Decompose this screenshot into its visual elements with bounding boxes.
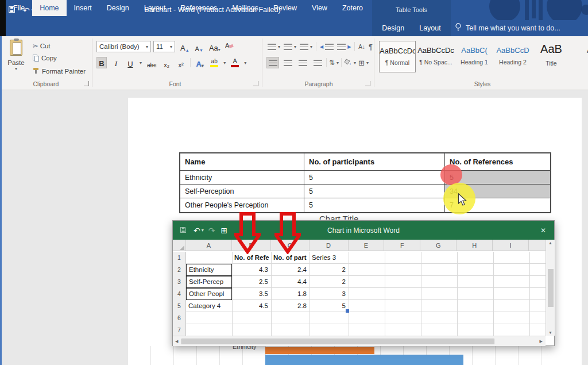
cell-d1[interactable]: Series 3: [310, 252, 349, 264]
tab-review[interactable]: Review: [266, 0, 304, 16]
line-spacing-button[interactable]: ⇅▾: [329, 59, 339, 67]
change-case-button[interactable]: Aa▾: [208, 41, 222, 52]
table-cell[interactable]: Self-Perception: [180, 185, 304, 198]
superscript-button[interactable]: x²: [176, 57, 186, 68]
tab-insert[interactable]: Insert: [67, 0, 99, 16]
column-header-e[interactable]: E: [349, 240, 385, 251]
underline-caret[interactable]: ▾: [140, 60, 142, 66]
tab-references[interactable]: References: [173, 0, 225, 16]
cell-c5[interactable]: 2.8: [271, 300, 310, 312]
range-drag-handle[interactable]: [346, 309, 349, 313]
horizontal-scroll-thumb[interactable]: [181, 339, 494, 344]
italic-button[interactable]: I: [111, 57, 121, 68]
tab-table-design[interactable]: Design: [374, 20, 412, 36]
paste-button[interactable]: Paste ▾: [3, 40, 29, 80]
table-cell[interactable]: Other People's Perception: [180, 198, 304, 212]
tab-mailings[interactable]: Mailings: [225, 0, 266, 16]
cell-a2[interactable]: Ethnicity: [186, 264, 232, 276]
column-header-partial[interactable]: [529, 240, 546, 251]
underline-button[interactable]: U: [125, 57, 136, 68]
row-number[interactable]: 2: [173, 264, 185, 276]
paragraph-dialog-launcher[interactable]: [365, 81, 370, 86]
shrink-font-button[interactable]: A▼: [194, 41, 204, 52]
tab-zotero[interactable]: Zotero: [335, 0, 370, 16]
cell-d4[interactable]: 3: [310, 288, 349, 300]
cut-button[interactable]: ✂ Cut: [33, 42, 51, 50]
table-header-name[interactable]: Name: [180, 153, 304, 171]
cell-d5[interactable]: 5: [310, 300, 349, 312]
table-header-references[interactable]: No. of References: [445, 153, 550, 171]
scroll-left-icon[interactable]: ◀: [175, 339, 178, 343]
row-number[interactable]: 3: [173, 276, 185, 288]
style-normal[interactable]: AaBbCcDc ¶ Normal: [379, 41, 416, 72]
cell-a5[interactable]: Category 4: [186, 300, 232, 312]
highlight-color-button[interactable]: ab: [209, 57, 219, 68]
decrease-indent-button[interactable]: ◀: [320, 44, 334, 50]
cell-c3[interactable]: 4.4: [271, 276, 310, 288]
copy-button[interactable]: Copy: [33, 55, 57, 62]
cell-d3[interactable]: 2: [310, 276, 349, 288]
tell-me-box[interactable]: Tell me what you want to do...: [455, 20, 560, 36]
vertical-scroll-thumb[interactable]: [548, 269, 554, 307]
sheet-grid-area[interactable]: 1 2 3 4 5 6 7 No. of Refe No. of part Se…: [173, 252, 546, 336]
tab-file[interactable]: File: [6, 0, 32, 16]
justify-button[interactable]: [311, 57, 324, 68]
tab-table-layout[interactable]: Layout: [412, 20, 448, 36]
sort-button[interactable]: A↓: [358, 44, 365, 50]
select-all-corner[interactable]: [173, 240, 186, 251]
grow-font-button[interactable]: A▲: [179, 41, 191, 52]
tab-home[interactable]: Home: [32, 0, 66, 16]
scroll-up-icon[interactable]: ▲: [548, 241, 552, 245]
chart-bar-blue[interactable]: [265, 355, 463, 365]
cell-c2[interactable]: 2.4: [271, 264, 310, 276]
increase-indent-button[interactable]: ▶: [337, 44, 351, 50]
font-size-combo[interactable]: 11▾: [153, 41, 175, 52]
font-name-combo[interactable]: Calibri (Body)▾: [96, 41, 151, 52]
column-header-i[interactable]: I: [493, 240, 529, 251]
style-no-spacing[interactable]: AaBbCcDc ¶ No Spac...: [417, 41, 454, 72]
multilevel-list-button[interactable]: ▾: [300, 44, 312, 50]
row-number[interactable]: 5: [173, 300, 185, 312]
chart-window-titlebar[interactable]: ↶ ▾ ↷ ⊞ Chart in Microsoft Word ✕: [173, 221, 554, 240]
align-right-button[interactable]: [296, 57, 309, 68]
cell-b5[interactable]: 4.5: [232, 300, 271, 312]
column-header-g[interactable]: G: [420, 240, 457, 251]
tab-design[interactable]: Design: [99, 0, 137, 16]
scroll-right-icon[interactable]: ▶: [540, 339, 543, 343]
font-color-caret[interactable]: ▾: [244, 60, 246, 66]
bullets-button[interactable]: ▾: [268, 44, 280, 50]
font-color-button[interactable]: A: [230, 57, 240, 68]
table-header-participants[interactable]: No. of participants: [304, 153, 445, 171]
tab-view[interactable]: View: [304, 0, 335, 16]
cell-b3[interactable]: 2.5: [232, 276, 271, 288]
tab-layout[interactable]: Layout: [137, 0, 173, 16]
close-icon[interactable]: ✕: [540, 226, 546, 235]
numbering-button[interactable]: ▾: [284, 44, 296, 50]
subscript-button[interactable]: x₂: [161, 57, 172, 68]
cell-c4[interactable]: 1.8: [271, 288, 310, 300]
row-number[interactable]: 1: [173, 252, 185, 264]
highlight-caret[interactable]: ▾: [223, 60, 226, 66]
style-subtitle-partial[interactable]: Aa S: [573, 41, 588, 72]
column-header-d[interactable]: D: [310, 240, 349, 251]
style-heading2[interactable]: AaBbCcD Heading 2: [494, 41, 531, 72]
table-cell[interactable]: Ethnicity: [180, 171, 304, 185]
bold-button[interactable]: B: [96, 57, 107, 68]
format-painter-button[interactable]: Format Painter: [33, 67, 86, 75]
cell-a3[interactable]: Self-Percep: [186, 276, 232, 288]
strikethrough-button[interactable]: abc: [146, 57, 157, 68]
horizontal-scrollbar[interactable]: ◀ ▶: [173, 336, 546, 346]
column-header-h[interactable]: H: [457, 240, 493, 251]
align-left-button[interactable]: [266, 57, 279, 68]
row-number[interactable]: 6: [173, 312, 185, 324]
row-number[interactable]: 7: [173, 324, 185, 336]
shading-button[interactable]: ▾: [344, 59, 356, 67]
scroll-down-icon[interactable]: ▼: [548, 331, 552, 335]
table-cell[interactable]: 5: [304, 171, 445, 185]
vertical-scrollbar[interactable]: ▲ ▼: [546, 240, 555, 336]
cell-b4[interactable]: 3.5: [232, 288, 271, 300]
font-dialog-launcher[interactable]: [253, 81, 258, 86]
borders-button[interactable]: ⊞▾: [358, 59, 369, 67]
chart-bar-orange[interactable]: [265, 347, 374, 354]
cell-d2[interactable]: 2: [310, 264, 349, 276]
